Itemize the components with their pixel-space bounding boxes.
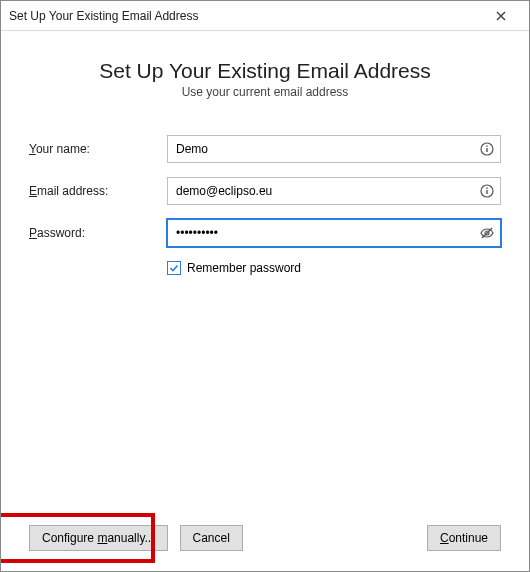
remember-checkbox[interactable] [167,261,181,275]
page-heading: Set Up Your Existing Email Address [29,59,501,83]
page-subheading: Use your current email address [29,85,501,99]
checkmark-icon [169,263,179,273]
svg-rect-2 [486,146,487,147]
name-input[interactable] [167,135,501,163]
cancel-button[interactable]: Cancel [180,525,243,551]
row-email: Email address: [29,177,501,205]
info-icon[interactable] [479,141,495,157]
label-password: Password: [29,226,167,240]
configure-manually-button[interactable]: Configure manually... [29,525,168,551]
label-name: Your name: [29,142,167,156]
row-password: Password: [29,219,501,247]
row-name: Your name: [29,135,501,163]
remember-label: Remember password [187,261,301,275]
eye-off-icon[interactable] [479,225,495,241]
info-icon[interactable] [479,183,495,199]
window-title: Set Up Your Existing Email Address [9,9,481,23]
svg-rect-1 [486,148,487,152]
remember-row: Remember password [167,261,501,275]
label-email: Email address: [29,184,167,198]
close-button[interactable] [481,2,521,30]
button-bar: Configure manually... Cancel Continue [29,525,501,551]
close-icon [496,11,506,21]
password-input[interactable] [167,219,501,247]
dialog-content: Set Up Your Existing Email Address Use y… [1,31,529,571]
svg-rect-4 [486,190,487,194]
svg-rect-5 [486,188,487,189]
email-input[interactable] [167,177,501,205]
continue-button[interactable]: Continue [427,525,501,551]
titlebar: Set Up Your Existing Email Address [1,1,529,31]
